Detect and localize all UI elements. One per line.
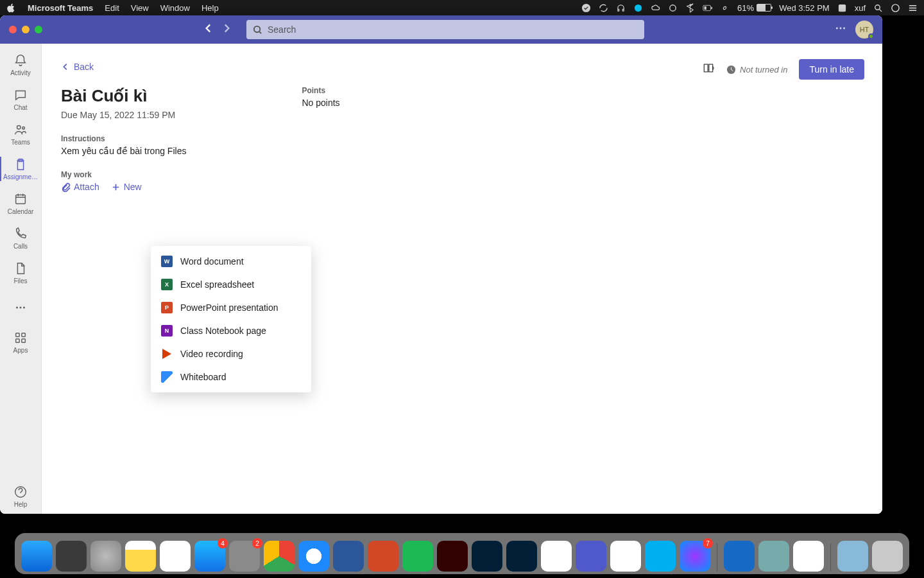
new-whiteboard[interactable]: Whiteboard [151,365,311,389]
dock-app-skype[interactable] [645,541,676,572]
rail-teams[interactable]: Teams [0,117,41,152]
minimize-window-button[interactable] [22,26,30,33]
menu-view[interactable]: View [131,3,149,13]
link-icon[interactable] [720,3,730,13]
dock-app-settings[interactable]: 2 [229,541,260,572]
dock-app-teams[interactable] [576,541,606,572]
new-powerpoint-presentation[interactable]: PPowerPoint presentation [151,296,311,319]
new-video-recording[interactable]: Video recording [151,342,311,365]
svg-point-1 [635,4,642,11]
svg-point-9 [254,26,260,31]
new-class-notebook-page[interactable]: NClass Notebook page [151,319,311,342]
word-file-icon: W [161,256,173,267]
dock-app-downloads[interactable] [837,541,868,572]
menu-help[interactable]: Help [201,3,219,13]
control-center-icon[interactable] [908,3,918,13]
bluetooth-icon[interactable] [685,3,695,13]
dock-app-lightroom[interactable] [472,541,502,572]
dock-app-finder[interactable] [21,541,52,572]
dock-app-messenger[interactable]: 7 [680,541,710,572]
new-button[interactable]: New [111,182,142,192]
menu-window[interactable]: Window [160,3,190,13]
svg-rect-6 [839,4,846,11]
chat-bubble-icon[interactable] [633,3,643,13]
excel-file-icon: X [161,279,173,290]
rail-apps[interactable]: Apps [0,325,41,360]
search-icon [253,25,262,35]
turn-in-button[interactable]: Turn in late [799,59,864,80]
dock-app-powerpoint[interactable] [368,541,398,572]
history-nav [203,22,232,37]
rail-assignments[interactable]: Assignme… [0,152,41,186]
close-window-button[interactable] [9,26,17,33]
new-document-menu: WWord document XExcel spreadsheet PPower… [151,246,311,392]
battery-icon-2[interactable] [703,3,712,13]
rail-files[interactable]: Files [0,256,41,290]
battery-icon [757,4,771,12]
svg-rect-19 [16,333,20,337]
rail-help[interactable]: Help [0,479,41,514]
dock-app-illustrator[interactable] [437,541,468,572]
dock-app-ultraviewer[interactable] [541,541,572,572]
checkmark-circle-icon[interactable] [581,3,591,13]
onenote-file-icon: N [161,325,173,337]
apple-logo-icon[interactable] [6,3,16,13]
dock-app-preview[interactable] [758,541,789,572]
input-source-icon[interactable] [837,3,847,13]
svg-point-8 [892,4,899,11]
siri-icon[interactable] [891,3,900,13]
user-name[interactable]: xuf [855,3,866,13]
spotlight-search-icon[interactable] [873,3,883,13]
app-name[interactable]: Microsoft Teams [28,3,93,13]
dock-app-launchpad[interactable] [90,541,121,572]
attach-button[interactable]: Attach [61,182,99,192]
avatar-initials: HT [860,26,869,33]
search-box[interactable]: Search [246,20,644,39]
dock-app-teamviewer[interactable] [724,541,755,572]
rail-more-button[interactable] [0,290,41,325]
rail-activity[interactable]: Activity [0,48,41,82]
dock-app-unknown-red[interactable] [56,541,87,572]
immersive-reader-button[interactable] [702,62,715,77]
history-forward-button[interactable] [221,22,232,37]
presence-available-icon [868,33,874,39]
mac-dock: 427 [15,533,909,574]
dock-app-notes[interactable] [125,541,156,572]
dock-app-photoshop[interactable] [506,541,537,572]
dock-app-appstore[interactable]: 4 [194,541,225,572]
battery-status[interactable]: 61% [737,3,771,13]
circle-icon[interactable] [668,3,678,13]
profile-avatar[interactable]: HT [855,21,873,39]
maximize-window-button[interactable] [35,26,42,33]
dock-app-word[interactable] [333,541,364,572]
dock-app-trash[interactable] [872,541,903,572]
sync-icon[interactable] [599,3,608,13]
new-excel-spreadsheet[interactable]: XExcel spreadsheet [151,273,311,296]
history-back-button[interactable] [203,22,214,37]
headphones-icon[interactable] [616,3,626,13]
svg-rect-22 [22,339,26,343]
points-value: No points [302,98,339,108]
rail-calls[interactable]: Calls [0,221,41,256]
app-rail: Activity Chat Teams Assignme… Calendar C… [0,44,42,514]
dock-app-calendar[interactable] [160,541,191,572]
settings-more-button[interactable] [835,22,846,37]
rail-calendar[interactable]: Calendar [0,186,41,221]
teams-window: Search HT Activity Chat Teams [0,15,882,514]
rail-chat[interactable]: Chat [0,82,41,117]
dock-app-openvpn[interactable] [793,541,824,572]
whiteboard-file-icon [161,371,173,383]
menu-edit[interactable]: Edit [105,3,119,13]
dock-app-zalo[interactable] [610,541,641,572]
clock[interactable]: Wed 3:52 PM [779,3,830,13]
dock-app-safari[interactable] [298,541,329,572]
dock-app-spotify[interactable] [402,541,433,572]
new-word-document[interactable]: WWord document [151,250,311,273]
svg-point-7 [875,4,880,10]
dock-app-chrome[interactable] [264,541,295,572]
chevron-left-icon [61,62,70,71]
instructions-text: Xem yêu cầu đề bài trong Files [61,146,186,156]
svg-point-18 [23,307,25,309]
instructions-label: Instructions [61,134,186,143]
cloud-icon[interactable] [651,3,660,13]
